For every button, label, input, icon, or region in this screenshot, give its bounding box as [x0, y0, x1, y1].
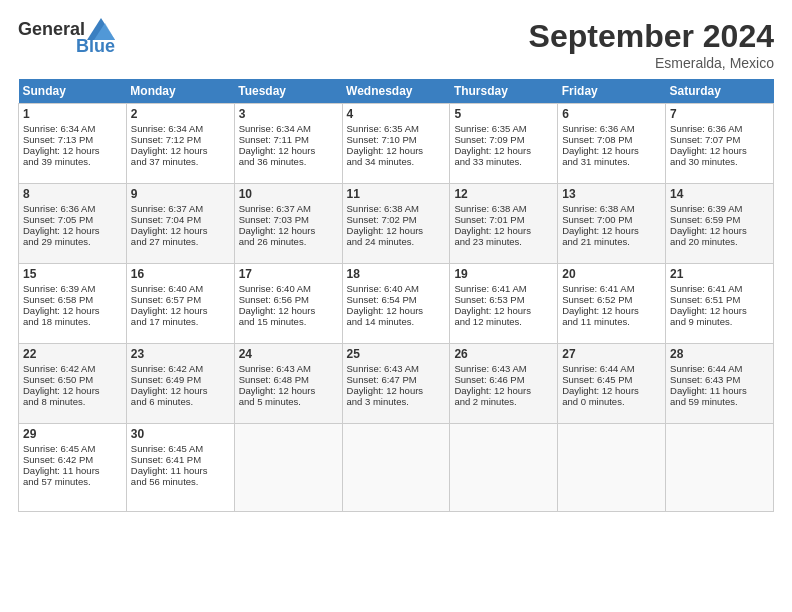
col-thursday: Thursday: [450, 79, 558, 104]
cell-info: Sunrise: 6:43 AMSunset: 6:47 PMDaylight:…: [347, 363, 424, 407]
table-cell: 14Sunrise: 6:39 AMSunset: 6:59 PMDayligh…: [666, 184, 774, 264]
cell-info: Sunrise: 6:44 AMSunset: 6:45 PMDaylight:…: [562, 363, 639, 407]
day-number: 30: [131, 427, 230, 441]
table-cell: 13Sunrise: 6:38 AMSunset: 7:00 PMDayligh…: [558, 184, 666, 264]
day-number: 19: [454, 267, 553, 281]
day-number: 11: [347, 187, 446, 201]
day-number: 29: [23, 427, 122, 441]
day-number: 13: [562, 187, 661, 201]
day-number: 9: [131, 187, 230, 201]
table-cell: 1Sunrise: 6:34 AMSunset: 7:13 PMDaylight…: [19, 104, 127, 184]
cell-info: Sunrise: 6:40 AMSunset: 6:57 PMDaylight:…: [131, 283, 208, 327]
cell-info: Sunrise: 6:43 AMSunset: 6:48 PMDaylight:…: [239, 363, 316, 407]
day-number: 26: [454, 347, 553, 361]
table-cell: [558, 424, 666, 512]
day-number: 6: [562, 107, 661, 121]
cell-info: Sunrise: 6:42 AMSunset: 6:49 PMDaylight:…: [131, 363, 208, 407]
col-friday: Friday: [558, 79, 666, 104]
col-wednesday: Wednesday: [342, 79, 450, 104]
logo: General Blue: [18, 18, 115, 57]
table-cell: [666, 424, 774, 512]
cell-info: Sunrise: 6:45 AMSunset: 6:41 PMDaylight:…: [131, 443, 208, 487]
day-number: 25: [347, 347, 446, 361]
table-cell: 16Sunrise: 6:40 AMSunset: 6:57 PMDayligh…: [126, 264, 234, 344]
cell-info: Sunrise: 6:34 AMSunset: 7:13 PMDaylight:…: [23, 123, 100, 167]
month-title: September 2024: [529, 18, 774, 55]
table-cell: 5Sunrise: 6:35 AMSunset: 7:09 PMDaylight…: [450, 104, 558, 184]
cell-info: Sunrise: 6:38 AMSunset: 7:00 PMDaylight:…: [562, 203, 639, 247]
header: General Blue September 2024 Esmeralda, M…: [18, 18, 774, 71]
cell-info: Sunrise: 6:45 AMSunset: 6:42 PMDaylight:…: [23, 443, 100, 487]
table-cell: 18Sunrise: 6:40 AMSunset: 6:54 PMDayligh…: [342, 264, 450, 344]
table-cell: 20Sunrise: 6:41 AMSunset: 6:52 PMDayligh…: [558, 264, 666, 344]
table-cell: 28Sunrise: 6:44 AMSunset: 6:43 PMDayligh…: [666, 344, 774, 424]
day-number: 21: [670, 267, 769, 281]
day-number: 16: [131, 267, 230, 281]
table-cell: 25Sunrise: 6:43 AMSunset: 6:47 PMDayligh…: [342, 344, 450, 424]
cell-info: Sunrise: 6:41 AMSunset: 6:53 PMDaylight:…: [454, 283, 531, 327]
table-cell: 29Sunrise: 6:45 AMSunset: 6:42 PMDayligh…: [19, 424, 127, 512]
cell-info: Sunrise: 6:36 AMSunset: 7:07 PMDaylight:…: [670, 123, 747, 167]
cell-info: Sunrise: 6:41 AMSunset: 6:51 PMDaylight:…: [670, 283, 747, 327]
day-number: 12: [454, 187, 553, 201]
col-tuesday: Tuesday: [234, 79, 342, 104]
calendar-table: Sunday Monday Tuesday Wednesday Thursday…: [18, 79, 774, 512]
day-number: 24: [239, 347, 338, 361]
table-cell: [342, 424, 450, 512]
day-number: 27: [562, 347, 661, 361]
cell-info: Sunrise: 6:42 AMSunset: 6:50 PMDaylight:…: [23, 363, 100, 407]
cell-info: Sunrise: 6:35 AMSunset: 7:10 PMDaylight:…: [347, 123, 424, 167]
table-cell: 27Sunrise: 6:44 AMSunset: 6:45 PMDayligh…: [558, 344, 666, 424]
table-cell: 17Sunrise: 6:40 AMSunset: 6:56 PMDayligh…: [234, 264, 342, 344]
table-cell: [450, 424, 558, 512]
cell-info: Sunrise: 6:44 AMSunset: 6:43 PMDaylight:…: [670, 363, 747, 407]
day-number: 8: [23, 187, 122, 201]
cell-info: Sunrise: 6:38 AMSunset: 7:01 PMDaylight:…: [454, 203, 531, 247]
col-monday: Monday: [126, 79, 234, 104]
day-number: 15: [23, 267, 122, 281]
table-cell: 15Sunrise: 6:39 AMSunset: 6:58 PMDayligh…: [19, 264, 127, 344]
day-number: 23: [131, 347, 230, 361]
day-number: 5: [454, 107, 553, 121]
day-number: 14: [670, 187, 769, 201]
cell-info: Sunrise: 6:34 AMSunset: 7:12 PMDaylight:…: [131, 123, 208, 167]
table-cell: 23Sunrise: 6:42 AMSunset: 6:49 PMDayligh…: [126, 344, 234, 424]
cell-info: Sunrise: 6:36 AMSunset: 7:05 PMDaylight:…: [23, 203, 100, 247]
cell-info: Sunrise: 6:36 AMSunset: 7:08 PMDaylight:…: [562, 123, 639, 167]
col-sunday: Sunday: [19, 79, 127, 104]
table-cell: 26Sunrise: 6:43 AMSunset: 6:46 PMDayligh…: [450, 344, 558, 424]
table-cell: 19Sunrise: 6:41 AMSunset: 6:53 PMDayligh…: [450, 264, 558, 344]
cell-info: Sunrise: 6:37 AMSunset: 7:04 PMDaylight:…: [131, 203, 208, 247]
table-cell: 10Sunrise: 6:37 AMSunset: 7:03 PMDayligh…: [234, 184, 342, 264]
table-cell: 9Sunrise: 6:37 AMSunset: 7:04 PMDaylight…: [126, 184, 234, 264]
cell-info: Sunrise: 6:39 AMSunset: 6:59 PMDaylight:…: [670, 203, 747, 247]
table-cell: 3Sunrise: 6:34 AMSunset: 7:11 PMDaylight…: [234, 104, 342, 184]
table-cell: 11Sunrise: 6:38 AMSunset: 7:02 PMDayligh…: [342, 184, 450, 264]
cell-info: Sunrise: 6:38 AMSunset: 7:02 PMDaylight:…: [347, 203, 424, 247]
day-number: 22: [23, 347, 122, 361]
day-number: 10: [239, 187, 338, 201]
table-cell: 22Sunrise: 6:42 AMSunset: 6:50 PMDayligh…: [19, 344, 127, 424]
cell-info: Sunrise: 6:34 AMSunset: 7:11 PMDaylight:…: [239, 123, 316, 167]
table-cell: 7Sunrise: 6:36 AMSunset: 7:07 PMDaylight…: [666, 104, 774, 184]
table-cell: 30Sunrise: 6:45 AMSunset: 6:41 PMDayligh…: [126, 424, 234, 512]
table-cell: [234, 424, 342, 512]
day-number: 2: [131, 107, 230, 121]
table-cell: 2Sunrise: 6:34 AMSunset: 7:12 PMDaylight…: [126, 104, 234, 184]
day-number: 3: [239, 107, 338, 121]
cell-info: Sunrise: 6:41 AMSunset: 6:52 PMDaylight:…: [562, 283, 639, 327]
logo-text-general: General: [18, 19, 85, 40]
logo-text-blue: Blue: [76, 36, 115, 57]
day-number: 1: [23, 107, 122, 121]
cell-info: Sunrise: 6:40 AMSunset: 6:56 PMDaylight:…: [239, 283, 316, 327]
table-cell: 24Sunrise: 6:43 AMSunset: 6:48 PMDayligh…: [234, 344, 342, 424]
header-row: Sunday Monday Tuesday Wednesday Thursday…: [19, 79, 774, 104]
table-cell: 4Sunrise: 6:35 AMSunset: 7:10 PMDaylight…: [342, 104, 450, 184]
col-saturday: Saturday: [666, 79, 774, 104]
cell-info: Sunrise: 6:37 AMSunset: 7:03 PMDaylight:…: [239, 203, 316, 247]
table-cell: 12Sunrise: 6:38 AMSunset: 7:01 PMDayligh…: [450, 184, 558, 264]
day-number: 17: [239, 267, 338, 281]
cell-info: Sunrise: 6:40 AMSunset: 6:54 PMDaylight:…: [347, 283, 424, 327]
location-subtitle: Esmeralda, Mexico: [529, 55, 774, 71]
table-cell: 6Sunrise: 6:36 AMSunset: 7:08 PMDaylight…: [558, 104, 666, 184]
